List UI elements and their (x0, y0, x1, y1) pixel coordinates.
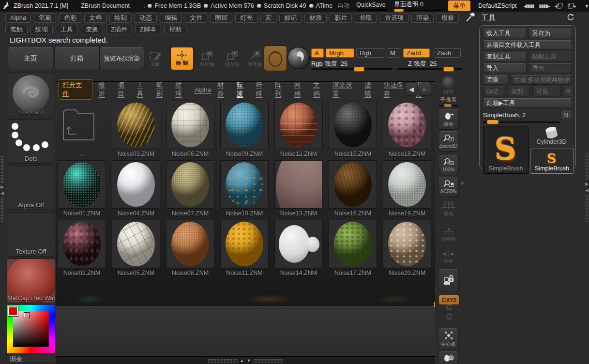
right-scroll-left-icon[interactable]: ◀ (585, 188, 589, 193)
menu-item[interactable]: 变换 (81, 25, 103, 34)
zscript-name[interactable]: DefaultZScript (478, 2, 516, 9)
tool-button-从项目文件载入工具[interactable]: 从项目文件载入工具 (483, 40, 572, 50)
noise-thumb-cell[interactable] (112, 101, 160, 149)
tab-纤维[interactable]: 纤维 (256, 81, 269, 98)
rgb-intensity-knob[interactable] (354, 67, 364, 72)
ui-opacity-slider[interactable]: 界面透明 0 (394, 0, 440, 11)
edit-button[interactable]: Edit (145, 48, 166, 69)
tab-项目[interactable]: 项目 (118, 81, 131, 98)
noise-thumb-cell[interactable] (329, 160, 377, 209)
menu-item[interactable]: 笔刷 (34, 13, 56, 23)
center-point-button[interactable]: 中心点 (438, 328, 459, 349)
tab-工具[interactable]: 工具 (137, 81, 150, 98)
quicksave-button[interactable]: QuickSave (356, 1, 387, 11)
sidebar-slot-texture-off[interactable]: Texture Off (7, 212, 55, 257)
lightbox-item[interactable]: Noise11.ZNM (220, 220, 269, 276)
resize-grip-left[interactable] (208, 359, 238, 363)
camera-lock-button[interactable] (438, 269, 459, 291)
sidebar-slot-matcap-red-wax[interactable]: MatCap Red Wax (7, 258, 55, 303)
menu-item[interactable]: 模板 (437, 13, 459, 23)
perspective-button[interactable]: 透视 (438, 200, 459, 217)
noise-thumb-cell[interactable] (274, 160, 323, 209)
menu-item[interactable]: 绘制 (109, 13, 132, 23)
tray-left-icon[interactable]: ◂▮▮▮▮ (523, 3, 534, 9)
noise-thumb-cell[interactable] (112, 160, 160, 209)
tab-纹理[interactable]: 纹理 (175, 81, 188, 98)
tool-thumb-cylinder3d[interactable]: Cylinder3D (530, 126, 573, 147)
lightbox-item[interactable]: Noise12.ZNM (274, 101, 323, 157)
ui-opacity-knob[interactable] (394, 9, 404, 12)
pan-button[interactable] (438, 351, 459, 364)
gradient-switch[interactable]: 渐变 (7, 355, 55, 363)
bpr-button[interactable]: BPR (438, 76, 459, 95)
mode-rgb[interactable]: Rgb (356, 48, 385, 58)
menu-item[interactable]: Z插件 (106, 25, 132, 34)
mode-zsub[interactable]: Zsub (434, 48, 461, 58)
noise-thumb-cell[interactable] (329, 220, 377, 268)
material-picker-button[interactable] (287, 47, 310, 69)
menu-item[interactable]: 拾取 (355, 13, 377, 23)
tool-button-另存为[interactable]: 另存为 (529, 29, 573, 38)
noise-thumb-cell[interactable] (166, 160, 214, 209)
current-color-swatch[interactable] (8, 306, 18, 316)
resize-down-icon[interactable]: ▼ (247, 359, 251, 363)
floor-grid-button[interactable]: 地网格 (438, 227, 459, 243)
menu-item[interactable]: 文档 (84, 13, 106, 23)
noise-thumb-cell[interactable] (58, 220, 106, 268)
menu-item[interactable]: 色彩 (59, 13, 81, 23)
menu-item[interactable]: 标记 (279, 13, 302, 23)
noise-thumb-cell[interactable] (274, 101, 323, 149)
color-picker-sv-square[interactable] (13, 311, 49, 347)
zoom2d-button[interactable]: Zoom2D (438, 131, 459, 152)
dock-right-icon[interactable]: ▸ (568, 3, 576, 9)
lightbox-item[interactable]: Noise14.ZNM (274, 220, 323, 276)
rotate-y-button[interactable]: Y (438, 304, 459, 312)
tab-滤镜[interactable]: 滤镜 (364, 81, 378, 98)
preview-boolean-button[interactable]: 预览布尔渲染 (100, 47, 144, 70)
right-scroll-right-icon[interactable]: ▶ (585, 182, 589, 186)
menu-item[interactable]: 工具 (56, 25, 78, 34)
z-intensity-slider[interactable] (397, 68, 462, 70)
rotate-xyz-button[interactable]: XYZ (438, 295, 459, 305)
tool-button-导入[interactable]: 导入 (483, 63, 527, 73)
noise-thumb-cell[interactable] (220, 220, 269, 268)
rgb-intensity-slider[interactable] (311, 68, 393, 70)
tab-渲染设置[interactable]: 渲染设置 (332, 81, 358, 98)
color-picker[interactable] (7, 305, 55, 353)
lightbox-item[interactable]: Noise10.ZNM (220, 160, 269, 217)
tab-阵列[interactable]: 阵列 (275, 81, 288, 98)
tab-网格[interactable]: 网格 (294, 81, 307, 98)
tab-噪波[interactable]: 噪波 (237, 81, 250, 98)
left-scroll-grip2[interactable] (0, 197, 4, 222)
stroke-picker-button[interactable] (264, 46, 287, 71)
lightbox-button[interactable]: 灯箱 (54, 47, 100, 70)
subpixel-slider[interactable]: 子像素 (438, 96, 459, 106)
noise-thumb-cell[interactable] (112, 220, 160, 268)
left-scroll-right-icon[interactable]: ▶ (0, 184, 4, 189)
menu-item[interactable]: Alpha (5, 13, 31, 23)
lightbox-item[interactable]: Noise05.ZNM (112, 220, 160, 276)
noise-thumb-cell[interactable] (166, 220, 214, 268)
sidebar-slot-alpha-off[interactable]: Alpha Off (7, 166, 55, 210)
lightbox-item[interactable]: Noise20.ZNM (383, 220, 431, 276)
resize-grip-right[interactable] (253, 359, 283, 363)
z-intensity-knob[interactable] (443, 67, 454, 72)
menu-item[interactable]: 动态 (135, 13, 157, 23)
ac50-button[interactable]: AC50% (438, 177, 459, 197)
lightbox-item[interactable]: Noise09.ZNM (220, 101, 269, 157)
lightbox-item[interactable]: Noise07.ZNM (166, 160, 214, 217)
menu-item[interactable]: 纹理 (30, 25, 53, 34)
rotate-z-button[interactable]: Z (438, 314, 459, 321)
noise-thumb-cell[interactable] (383, 101, 431, 149)
lightbox-item[interactable]: Noise19.ZNM (383, 160, 431, 217)
draw-button[interactable]: 绘 制 (170, 47, 194, 70)
noise-thumb-cell[interactable] (166, 101, 214, 149)
noise-thumb-cell[interactable] (58, 160, 106, 209)
menu-item[interactable]: 编辑 (160, 13, 182, 23)
noise-thumb-cell[interactable] (220, 101, 269, 149)
lightbox-item[interactable]: .. (58, 101, 106, 157)
right-scroll-grip2[interactable] (585, 195, 589, 222)
move-button[interactable]: M 移动轴 (196, 48, 218, 70)
lightbox-item[interactable]: Noise02.ZNM (58, 220, 106, 276)
lightbox-item[interactable]: Noise08.ZNM (166, 220, 214, 276)
